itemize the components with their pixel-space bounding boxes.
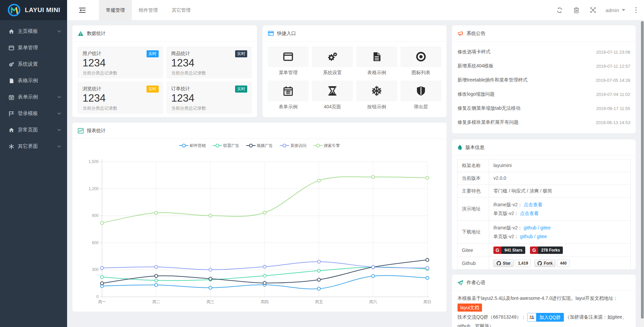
sidebar-item-2[interactable]: 系统设置 [0, 56, 67, 72]
tab-2[interactable]: 其它管理 [165, 0, 198, 20]
stat-card-1[interactable]: 商品统计 实时 1234 当前分类总记录数 [166, 46, 252, 78]
stat-card-2[interactable]: 浏览统计 实时 1234 当前分类总记录数 [77, 81, 163, 114]
version-label: 演示地址 [458, 198, 489, 220]
legend-item-4[interactable]: 搜索引擎 [313, 143, 340, 149]
notice-item-0[interactable]: 修改选项卡样式 2019-07-11 23:06 [458, 45, 630, 59]
panel-version-info: 版本信息 框架名称layuimini当前版本v2.0.0主要特色零门槛 / 响应… [452, 139, 636, 270]
svg-text:周日: 周日 [423, 299, 431, 304]
stat-card-3[interactable]: 订单统计 实时 1234 当前分类总记录数 [166, 81, 252, 114]
version-row-0: 框架名称layuimini [458, 159, 630, 172]
legend-label: 邮件营销 [190, 143, 206, 149]
notice-text: 新增系统404模板 [458, 63, 493, 69]
stat-value: 1234 [83, 92, 158, 104]
chevron-down-icon [57, 96, 61, 98]
svg-text:周三: 周三 [206, 299, 214, 304]
sidebar-item-4[interactable]: 表单示例 [0, 89, 67, 105]
svg-text:600: 600 [92, 240, 99, 245]
fullscreen-icon[interactable] [585, 0, 601, 20]
quick-item-6[interactable]: 按钮示例 [356, 80, 397, 110]
refresh-icon[interactable] [551, 0, 568, 20]
stat-badge: 实时 [147, 86, 159, 93]
link[interactable]: 点击查看 [524, 202, 542, 207]
notice-item-2[interactable]: 新增treetable插件和菜单管理样式 2019-07-05 14:28 [458, 73, 630, 87]
quick-item-5[interactable]: 404页面 [312, 80, 353, 110]
more-menu-icon[interactable] [630, 0, 642, 20]
github-fork-button[interactable]: Fork [534, 260, 555, 267]
credit-card-icon [268, 31, 274, 36]
notice-item-3[interactable]: 修改logo缩放问题 2019-07-04 11:02 [458, 87, 630, 101]
stat-value: 1234 [83, 57, 158, 69]
sidebar-item-0[interactable]: 主页模板 [0, 23, 67, 40]
stat-card-0[interactable]: 用户统计 实时 1234 当前分类总记录数 [77, 46, 163, 78]
notice-date: 2019-07-11 23:06 [596, 50, 630, 55]
logo-icon [7, 3, 21, 17]
panel-title: 作者心语 [467, 280, 485, 286]
collapse-sidebar-button[interactable] [67, 0, 97, 20]
quick-item-label: 404页面 [312, 104, 353, 110]
sidebar-item-6[interactable]: 异常页面 [0, 122, 67, 138]
link[interactable]: gitee [537, 234, 547, 239]
paper-plane-icon [458, 280, 463, 285]
author-line1: 本模板基于layui2.5.4以及font-awesome-4.7.0进行实现。… [458, 294, 630, 303]
version-value: 零门槛 / 响应式 / 清爽 / 极简 [493, 187, 626, 195]
user-dropdown[interactable]: admin [605, 7, 625, 13]
sidebar-item-5[interactable]: 登录模板 [0, 105, 67, 122]
link[interactable]: github [520, 234, 533, 239]
legend-item-1[interactable]: 联盟广告 [213, 143, 239, 149]
sidebar-item-label: 系统设置 [18, 61, 38, 67]
clear-cache-icon[interactable] [568, 0, 585, 20]
author-text: 本模板基于layui2.5.4以及font-awesome-4.7.0进行实现。… [452, 291, 636, 327]
gitee-badge-1[interactable]: G278 Forks [530, 247, 563, 254]
sidebar-item-1[interactable]: 菜单管理 [0, 40, 67, 56]
legend-item-0[interactable]: 邮件营销 [179, 143, 206, 149]
warning-triangle-icon [78, 31, 84, 36]
link[interactable]: github [524, 225, 536, 230]
chevron-down-icon [57, 129, 61, 131]
panel-title: 快捷入口 [277, 31, 296, 37]
quick-item-1[interactable]: 系统设置 [312, 46, 353, 76]
line-chart: 03006009001,2001,500周一周二周三周四周五周六周日 [72, 152, 446, 310]
gitee-badge-0[interactable]: G941 Stars [493, 247, 525, 254]
tab-1[interactable]: 组件管理 [132, 0, 165, 20]
tab-0[interactable]: 常规管理 [99, 0, 132, 20]
app-title: LAYUI MINI [25, 6, 60, 14]
calendar-icon [283, 86, 293, 96]
sidebar-item-7[interactable]: 其它界面 [0, 138, 67, 155]
github-count[interactable]: 1,419 [515, 260, 531, 267]
legend-item-3[interactable]: 直接访问 [280, 143, 307, 149]
notice-item-5[interactable]: 修复多模块菜单栏展开有问题 2019-06-13 14:53 [458, 115, 630, 129]
sidebar-item-3[interactable]: 表格示例 [0, 72, 67, 89]
version-line: 单页版-v2： github / gitee [493, 232, 626, 241]
stat-value: 1234 [171, 92, 247, 104]
quick-item-0[interactable]: 菜单管理 [268, 46, 309, 76]
link[interactable]: gitee [540, 225, 550, 230]
notice-date: 2019-07-11 12:57 [596, 64, 630, 69]
scrollbar-track[interactable] [641, 21, 644, 327]
stat-desc: 当前分类总记录数 [171, 70, 247, 76]
github-star-button[interactable]: Star [493, 260, 514, 267]
megaphone-icon [458, 31, 463, 36]
layui-doc-badge[interactable]: layui文档 [458, 304, 482, 312]
panel-report-chart: 报表统计 邮件营销联盟广告视频广告直接访问搜索引擎 03006009001,20… [72, 122, 447, 312]
join-qq-button[interactable]: 加入QQ群 [527, 313, 564, 322]
svg-text:周四: 周四 [261, 299, 269, 304]
quick-item-7[interactable]: 弹出层 [400, 80, 441, 110]
quick-item-2[interactable]: 表格示例 [356, 46, 397, 76]
link[interactable]: 点击查看 [520, 211, 539, 216]
github-count[interactable]: 440 [557, 260, 570, 267]
notice-text: 修复左侧菜单缩放tab无法移动 [458, 105, 520, 111]
scrollbar-thumb[interactable] [641, 21, 644, 319]
notice-item-4[interactable]: 修复左侧菜单缩放tab无法移动 2019-06-17 11:55 [458, 101, 630, 115]
notice-item-1[interactable]: 新增系统404模板 2019-07-11 12:57 [458, 59, 630, 73]
quick-item-3[interactable]: 图标列表 [400, 46, 441, 76]
legend-marker [246, 144, 256, 148]
legend-marker [313, 144, 323, 148]
quick-item-label: 弹出层 [400, 104, 441, 110]
quick-item-4[interactable]: 表单示例 [268, 80, 309, 110]
file-icon [372, 52, 382, 62]
home-icon [8, 29, 14, 34]
version-row-3: 演示地址iframe版-v2： 点击查看单页版-v2： 点击查看 [458, 198, 630, 221]
version-row-5: GiteeG941 StarsG278 Forks [458, 244, 630, 257]
legend-item-2[interactable]: 视频广告 [246, 143, 273, 149]
gears-icon [327, 52, 337, 62]
